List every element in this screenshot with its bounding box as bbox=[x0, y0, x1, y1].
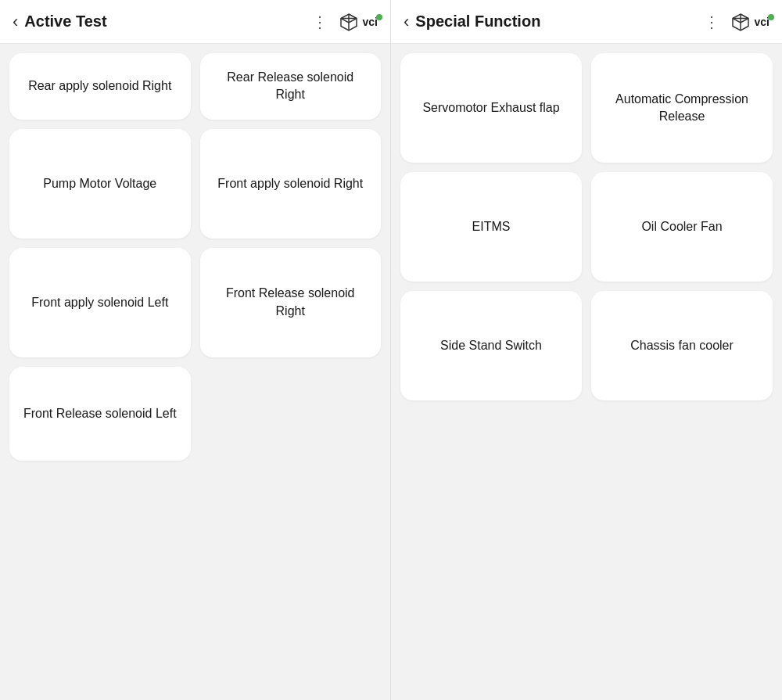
left-header-icons: ⋮ vci bbox=[312, 11, 378, 33]
left-vci-badge: vci bbox=[338, 11, 378, 33]
right-vci-badge: vci bbox=[730, 11, 769, 33]
right-vci-text: vci bbox=[755, 16, 769, 28]
left-vci-text: vci bbox=[363, 16, 378, 28]
left-grid: Rear apply solenoid Right Rear Release s… bbox=[0, 44, 390, 700]
left-back-button[interactable]: ‹ bbox=[13, 13, 18, 31]
right-header-icons: ⋮ vci bbox=[704, 11, 769, 33]
list-item[interactable]: Rear apply solenoid Right bbox=[9, 53, 191, 120]
right-back-button[interactable]: ‹ bbox=[404, 13, 409, 31]
list-item[interactable]: Front apply solenoid Left bbox=[9, 248, 191, 357]
right-vci-online-dot bbox=[768, 14, 774, 20]
list-item[interactable]: EITMS bbox=[400, 172, 582, 282]
list-item[interactable]: Automatic Compression Release bbox=[591, 53, 773, 163]
list-item[interactable]: Servomotor Exhaust flap bbox=[400, 53, 582, 163]
right-cube-icon bbox=[730, 11, 752, 33]
list-item[interactable]: Front apply solenoid Right bbox=[200, 129, 382, 239]
left-panel: ‹ Active Test ⋮ vci Rear apply solenoid … bbox=[0, 0, 391, 700]
list-item[interactable]: Front Release solenoid Left bbox=[9, 367, 191, 461]
list-item[interactable]: Rear Release solenoid Right bbox=[200, 53, 382, 120]
left-header: ‹ Active Test ⋮ vci bbox=[0, 0, 390, 44]
list-item[interactable]: Side Stand Switch bbox=[400, 291, 582, 400]
right-panel-title: Special Function bbox=[415, 13, 703, 31]
right-more-icon[interactable]: ⋮ bbox=[704, 13, 720, 31]
right-panel: ‹ Special Function ⋮ vci Servomotor Exha… bbox=[391, 0, 782, 700]
right-header: ‹ Special Function ⋮ vci bbox=[391, 0, 782, 44]
left-panel-title: Active Test bbox=[24, 13, 311, 31]
left-cube-icon bbox=[338, 11, 360, 33]
right-grid: Servomotor Exhaust flap Automatic Compre… bbox=[391, 44, 782, 700]
list-item[interactable]: Front Release solenoid Right bbox=[200, 248, 382, 357]
left-vci-online-dot bbox=[376, 14, 382, 20]
left-more-icon[interactable]: ⋮ bbox=[312, 13, 328, 31]
list-item[interactable]: Chassis fan cooler bbox=[591, 291, 773, 400]
list-item[interactable]: Pump Motor Voltage bbox=[9, 129, 191, 239]
list-item[interactable]: Oil Cooler Fan bbox=[591, 172, 773, 282]
